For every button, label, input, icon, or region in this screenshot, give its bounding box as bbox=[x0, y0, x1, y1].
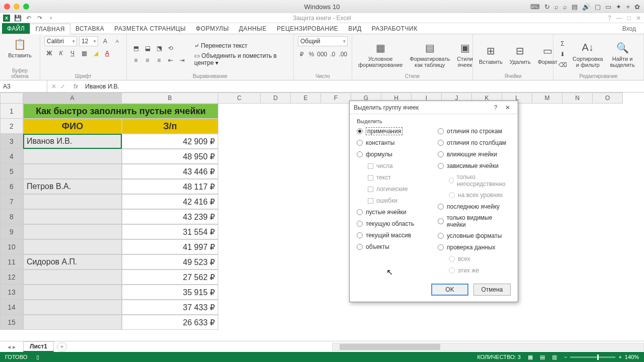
login-link[interactable]: Вход bbox=[616, 23, 642, 34]
option-последнюю-ячейку[interactable]: последнюю ячейку bbox=[438, 203, 511, 211]
col-head-N[interactable]: N bbox=[562, 93, 593, 104]
next-sheet-icon[interactable]: ▸ bbox=[13, 343, 16, 350]
dec-inc-icon[interactable]: .0 bbox=[329, 49, 337, 59]
tab-insert[interactable]: ВСТАВКА bbox=[70, 23, 109, 34]
col-head-E[interactable]: E bbox=[291, 93, 321, 104]
tab-file[interactable]: ФАЙЛ bbox=[2, 23, 30, 34]
option-влияющие-ячейки[interactable]: влияющие ячейки bbox=[438, 150, 511, 158]
cell-A12[interactable] bbox=[23, 269, 122, 285]
view-layout-icon[interactable]: ▤ bbox=[540, 354, 545, 360]
cell-A5[interactable] bbox=[23, 164, 122, 179]
cell-B5[interactable]: 43 446 ₽ bbox=[122, 164, 218, 179]
option-примечания[interactable]: примечания bbox=[357, 127, 430, 135]
merge-center-button[interactable]: ▭ Объединить и поместить в центре ▾ bbox=[194, 52, 289, 66]
cell-A13[interactable] bbox=[23, 285, 122, 300]
title-cell[interactable]: Как быстро заполнить пустые ячейки bbox=[23, 104, 218, 119]
row-head-5[interactable]: 5 bbox=[0, 164, 23, 179]
row-head-7[interactable]: 7 bbox=[0, 194, 23, 209]
cell-A15[interactable] bbox=[23, 315, 122, 330]
radio-icon[interactable] bbox=[357, 128, 363, 134]
tab-review[interactable]: РЕЦЕНЗИРОВАНИЕ bbox=[272, 23, 343, 34]
tab-data[interactable]: ДАННЫЕ bbox=[234, 23, 272, 34]
radio-icon[interactable] bbox=[357, 221, 363, 227]
row-head-11[interactable]: 11 bbox=[0, 254, 23, 269]
number-format-combo[interactable]: Общий bbox=[298, 36, 348, 46]
percent-icon[interactable]: % bbox=[307, 49, 315, 59]
radio-icon[interactable] bbox=[357, 151, 363, 157]
cell-B6[interactable]: 48 117 ₽ bbox=[122, 179, 218, 194]
select-all-corner[interactable] bbox=[0, 93, 23, 104]
radio-icon[interactable] bbox=[438, 163, 444, 169]
cond-format-button[interactable]: ▦Условное форматирование bbox=[356, 40, 405, 69]
option-отличия-по-столбцам[interactable]: отличия по столбцам bbox=[438, 139, 511, 147]
col-head-M[interactable]: M bbox=[532, 93, 562, 104]
bold-button[interactable]: Ж bbox=[44, 48, 54, 58]
close-icon[interactable]: ✕ bbox=[636, 15, 641, 22]
row-head-13[interactable]: 13 bbox=[0, 285, 23, 300]
row-head-15[interactable]: 15 bbox=[0, 315, 23, 330]
row-head-2[interactable]: 2 bbox=[0, 119, 23, 134]
cell-B9[interactable]: 31 554 ₽ bbox=[122, 224, 218, 239]
dialog-titlebar[interactable]: Выделить группу ячеек ? ✕ bbox=[350, 101, 518, 114]
wrap-text-button[interactable]: ⤶ Перенести текст bbox=[194, 42, 289, 49]
option-только-видимые-ячейки[interactable]: только видимые ячейки bbox=[438, 214, 511, 228]
cell-styles-button[interactable]: ▣Стили ячеек bbox=[455, 40, 475, 69]
cancel-button[interactable]: Отмена bbox=[473, 284, 511, 296]
thousands-icon[interactable]: 000 bbox=[317, 49, 327, 59]
fill-button[interactable]: ⬇ bbox=[557, 49, 568, 59]
row-head-12[interactable]: 12 bbox=[0, 269, 23, 285]
cell-A4[interactable] bbox=[23, 149, 122, 164]
col-head-D[interactable]: D bbox=[261, 93, 291, 104]
align-middle-icon[interactable]: ⬓ bbox=[142, 43, 152, 53]
align-center-icon[interactable]: ≡ bbox=[142, 55, 152, 65]
cell-B12[interactable]: 27 562 ₽ bbox=[122, 269, 218, 285]
spreadsheet-grid[interactable]: ABCDEFGHIJKLMNO123456789101112131415Как … bbox=[0, 93, 644, 334]
radio-icon[interactable] bbox=[357, 209, 363, 215]
radio-icon[interactable] bbox=[438, 233, 444, 239]
clear-button[interactable]: ⌫ bbox=[557, 60, 568, 70]
fx-icon[interactable]: fx bbox=[69, 83, 82, 90]
col-head-O[interactable]: O bbox=[593, 93, 623, 104]
cell-B3[interactable]: 42 909 ₽ bbox=[122, 134, 218, 149]
formula-input[interactable]: Иванов И.В. bbox=[82, 83, 122, 90]
zoom-level[interactable]: 140% bbox=[625, 354, 639, 360]
prev-sheet-icon[interactable]: ◂ bbox=[8, 343, 11, 350]
align-left-icon[interactable]: ≡ bbox=[131, 55, 141, 65]
col-head-C[interactable]: C bbox=[218, 93, 261, 104]
name-box[interactable]: A3 bbox=[0, 80, 47, 92]
restore-icon[interactable]: □ bbox=[627, 15, 631, 22]
row-head-4[interactable]: 4 bbox=[0, 149, 23, 164]
cell-B15[interactable]: 26 633 ₽ bbox=[122, 315, 218, 330]
paste-button[interactable]: 📋 Вставить bbox=[6, 36, 34, 59]
option-проверка-данных[interactable]: проверка данных bbox=[438, 243, 511, 251]
cell-B14[interactable]: 37 433 ₽ bbox=[122, 300, 218, 315]
add-sheet-button[interactable]: + bbox=[57, 342, 67, 351]
indent-dec-icon[interactable]: ⇤ bbox=[166, 55, 176, 65]
option-пустые-ячейки[interactable]: пустые ячейки bbox=[357, 208, 430, 216]
cell-B4[interactable]: 48 950 ₽ bbox=[122, 149, 218, 164]
radio-icon[interactable] bbox=[438, 151, 444, 157]
tab-developer[interactable]: РАЗРАБОТЧИК bbox=[367, 23, 423, 34]
view-normal-icon[interactable]: ▦ bbox=[528, 354, 533, 360]
col-head-F[interactable]: F bbox=[321, 93, 351, 104]
cell-A8[interactable] bbox=[23, 209, 122, 224]
format-table-button[interactable]: ▤Форматировать как таблицу bbox=[408, 40, 452, 69]
col-head-A[interactable]: A bbox=[23, 93, 122, 104]
find-select-button[interactable]: 🔍Найти и выделить bbox=[608, 40, 636, 69]
cell-B11[interactable]: 49 523 ₽ bbox=[122, 254, 218, 269]
row-head-8[interactable]: 8 bbox=[0, 209, 23, 224]
ok-button[interactable]: OK bbox=[431, 284, 468, 296]
zoom-in-icon[interactable]: + bbox=[618, 354, 621, 360]
sheet-tab[interactable]: Лист1 bbox=[23, 341, 54, 352]
option-текущую-область[interactable]: текущую область bbox=[357, 220, 430, 228]
radio-icon[interactable] bbox=[438, 244, 444, 250]
radio-icon[interactable] bbox=[357, 244, 363, 250]
align-top-icon[interactable]: ⬒ bbox=[131, 43, 141, 53]
macro-rec-icon[interactable]: ▯ bbox=[36, 354, 39, 360]
col-head-B[interactable]: B bbox=[122, 93, 218, 104]
cell-A14[interactable] bbox=[23, 300, 122, 315]
option-условные-форматы[interactable]: условные форматы bbox=[438, 232, 511, 240]
radio-icon[interactable] bbox=[357, 232, 363, 238]
dec-dec-icon[interactable]: .00 bbox=[338, 49, 348, 59]
option-зависимые-ячейки[interactable]: зависимые ячейки bbox=[438, 162, 511, 170]
